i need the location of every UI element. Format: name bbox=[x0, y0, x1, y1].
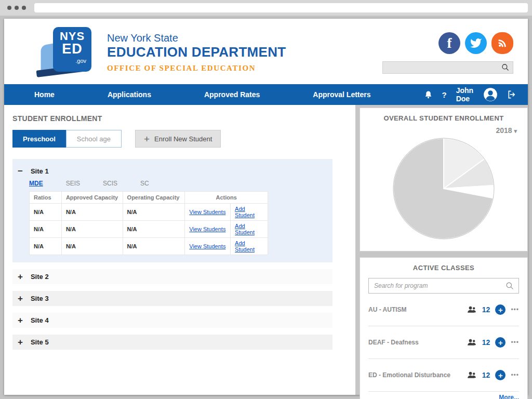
nav-item-approved-rates[interactable]: Approved Rates bbox=[204, 90, 260, 99]
overall-enrollment-card: OVERALL STUDENT ENROLLMENT 2018 ▾ bbox=[360, 108, 528, 251]
year-value: 2018 bbox=[496, 126, 512, 135]
subtab-mde[interactable]: MDE bbox=[29, 180, 43, 187]
user-avatar-icon[interactable] bbox=[483, 87, 498, 102]
help-button[interactable]: ? bbox=[442, 90, 447, 99]
class-label: AU - AUTISM bbox=[368, 306, 467, 313]
enroll-new-student-button[interactable]: + Enroll New Student bbox=[135, 130, 221, 148]
site-1-label: Site 1 bbox=[31, 167, 49, 175]
view-students-link[interactable]: View Students bbox=[189, 243, 225, 249]
nav-item-applications[interactable]: Applications bbox=[108, 90, 151, 99]
main-nav: Home Applications Approved Rates Approva… bbox=[4, 84, 528, 105]
logo-text-gov: .gov bbox=[53, 58, 91, 64]
enroll-button-label: Enroll New Student bbox=[154, 135, 212, 143]
student-count: 12 bbox=[482, 338, 490, 347]
col-header-actions: Actions bbox=[185, 192, 268, 204]
nav-item-home[interactable]: Home bbox=[34, 90, 55, 99]
window-dot bbox=[7, 6, 11, 10]
active-classes-title: ACTIVE CLASSES bbox=[368, 264, 519, 272]
list-item: ED - Emotional Disturbance 12 + ••• bbox=[368, 359, 519, 392]
ratios-value: N/A bbox=[30, 238, 62, 255]
more-link[interactable]: More... bbox=[368, 394, 519, 399]
rss-glyph-icon bbox=[497, 37, 508, 49]
notifications-bell-icon[interactable] bbox=[424, 90, 433, 99]
logo-text-nys: NYS bbox=[53, 31, 91, 42]
header-search-input[interactable] bbox=[386, 63, 501, 72]
site-4-label: Site 4 bbox=[31, 316, 49, 324]
col-header-approved-capacity: Approved Capacity bbox=[61, 192, 123, 204]
ratios-value: N/A bbox=[30, 221, 62, 238]
subtab-scis[interactable]: SCIS bbox=[103, 180, 117, 187]
capacity-table: Ratios Approved Capacity Operating Capac… bbox=[29, 191, 268, 255]
table-row: N/A N/A N/A View Students Add Student bbox=[30, 204, 268, 221]
table-row: N/A N/A N/A View Students Add Student bbox=[30, 238, 268, 255]
enrollment-pie-chart bbox=[392, 137, 496, 241]
operating-capacity-value: N/A bbox=[123, 238, 185, 255]
facebook-icon[interactable]: f bbox=[438, 32, 460, 54]
user-name: John Doe bbox=[456, 86, 474, 103]
site-2-header[interactable]: + Site 2 bbox=[12, 269, 332, 284]
view-students-link[interactable]: View Students bbox=[189, 209, 225, 215]
window-dot bbox=[15, 6, 19, 10]
student-count: 12 bbox=[482, 305, 490, 314]
class-options-button[interactable]: ••• bbox=[511, 371, 519, 379]
site-3-header[interactable]: + Site 3 bbox=[12, 291, 332, 306]
nav-item-approval-letters[interactable]: Approval Letters bbox=[313, 90, 370, 99]
list-item: DEAF - Deafness 12 + ••• bbox=[368, 326, 519, 359]
title-new-york-state: New York State bbox=[107, 32, 286, 44]
students-group-icon bbox=[467, 304, 477, 315]
program-search-input[interactable] bbox=[373, 282, 506, 290]
browser-chrome bbox=[0, 0, 532, 16]
page-title: STUDENT ENROLLMENT bbox=[12, 114, 347, 123]
subtab-seis[interactable]: SEIS bbox=[66, 180, 80, 187]
approved-capacity-value: N/A bbox=[61, 204, 123, 221]
add-class-button[interactable]: + bbox=[495, 370, 506, 380]
expand-icon[interactable]: + bbox=[18, 294, 23, 303]
search-icon[interactable] bbox=[501, 63, 510, 72]
expand-icon[interactable]: + bbox=[18, 316, 23, 325]
header-search-box bbox=[382, 61, 513, 74]
add-class-button[interactable]: + bbox=[495, 337, 506, 348]
tab-preschool[interactable]: Preschool bbox=[12, 130, 66, 148]
add-student-link[interactable]: Add Student bbox=[235, 240, 255, 252]
collapse-icon[interactable]: − bbox=[18, 167, 23, 176]
site-1-section: − Site 1 MDE SEIS SCIS SC Ratios Approve… bbox=[12, 159, 332, 262]
operating-capacity-value: N/A bbox=[123, 221, 185, 238]
site-2-label: Site 2 bbox=[31, 273, 49, 281]
view-students-link[interactable]: View Students bbox=[189, 226, 225, 232]
ratios-value: N/A bbox=[30, 204, 62, 221]
nysed-logo-box: NYS ED .gov bbox=[53, 27, 91, 72]
browser-address-bar[interactable] bbox=[34, 3, 528, 12]
students-group-icon bbox=[467, 337, 477, 348]
add-student-link[interactable]: Add Student bbox=[235, 206, 255, 218]
page: NYS ED .gov New York State EDUCATION DEP… bbox=[4, 19, 528, 395]
search-icon[interactable] bbox=[506, 282, 514, 290]
student-count: 12 bbox=[482, 371, 490, 379]
approved-capacity-value: N/A bbox=[61, 238, 123, 255]
year-dropdown[interactable]: 2018 ▾ bbox=[368, 126, 517, 135]
expand-icon[interactable]: + bbox=[18, 338, 23, 347]
site-4-header[interactable]: + Site 4 bbox=[12, 313, 332, 328]
twitter-icon[interactable] bbox=[465, 32, 487, 54]
logo-text-ed: ED bbox=[53, 42, 91, 56]
nysed-logo[interactable]: NYS ED .gov bbox=[49, 27, 101, 78]
sign-out-icon[interactable] bbox=[507, 89, 517, 100]
class-options-button[interactable]: ••• bbox=[511, 306, 519, 313]
student-enrollment-panel: STUDENT ENROLLMENT Preschool School age … bbox=[4, 105, 355, 395]
expand-icon[interactable]: + bbox=[18, 272, 23, 281]
site-header: NYS ED .gov New York State EDUCATION DEP… bbox=[4, 19, 528, 84]
class-label: ED - Emotional Disturbance bbox=[368, 371, 467, 379]
rss-icon[interactable] bbox=[491, 32, 513, 54]
add-class-button[interactable]: + bbox=[495, 304, 506, 315]
title-education-department: EDUCATION DEPARTMENT bbox=[107, 44, 286, 60]
class-options-button[interactable]: ••• bbox=[511, 339, 519, 346]
col-header-operating-capacity: Operating Capacity bbox=[123, 192, 185, 204]
facebook-glyph: f bbox=[447, 35, 452, 51]
col-header-ratios: Ratios bbox=[30, 192, 62, 204]
site-5-label: Site 5 bbox=[31, 338, 49, 346]
add-student-link[interactable]: Add Student bbox=[235, 223, 255, 235]
title-office-special-education: OFFICE OF SPECIAL EDUCATION bbox=[107, 64, 286, 73]
tab-school-age[interactable]: School age bbox=[66, 130, 122, 148]
site-5-header[interactable]: + Site 5 bbox=[12, 335, 332, 350]
subtab-sc[interactable]: SC bbox=[140, 180, 149, 187]
site-1-header[interactable]: − Site 1 bbox=[12, 163, 332, 179]
